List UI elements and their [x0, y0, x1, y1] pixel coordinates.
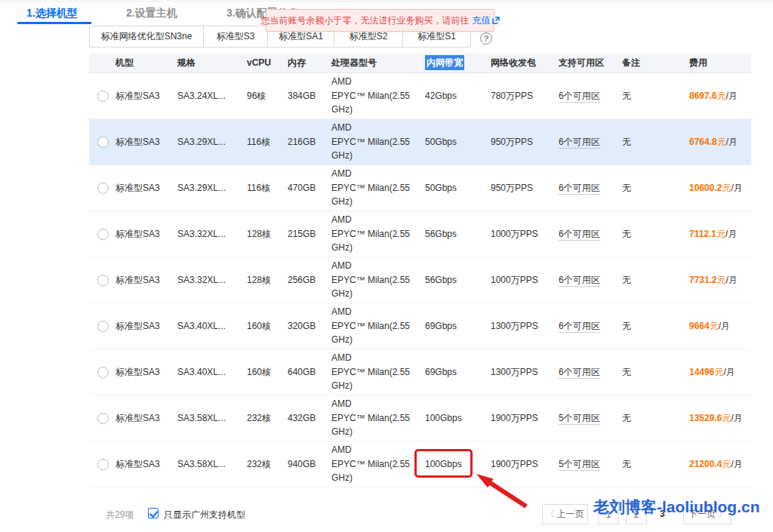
price-amount: 8697.6: [689, 91, 717, 101]
cell-price: 7731.2元/月: [685, 273, 751, 288]
cell-vcpu: 160核: [243, 320, 284, 333]
instance-row[interactable]: 标准型SA3 SA3.40XL... 160核 320GB AMD EPYC™ …: [89, 303, 751, 349]
cell-processor: AMD EPYC™ Milan(2.55 GHz): [328, 443, 421, 485]
cell-price: 7112.1元/月: [685, 227, 751, 241]
cell-model: 标准型SA3: [112, 228, 174, 241]
cell-spec: SA3.32XL...: [174, 229, 243, 239]
cell-spec: SA3.40XL...: [174, 367, 243, 377]
cell-zones: 5个可用区: [555, 458, 618, 471]
cell-bandwidth: 50Gbps: [421, 137, 487, 147]
cell-spec: SA3.40XL...: [174, 321, 243, 331]
price-amount: 14496: [689, 367, 714, 377]
price-amount: 6764.8: [689, 137, 717, 147]
cell-model: 标准型SA3: [112, 320, 174, 333]
price-period: /月: [726, 275, 738, 285]
guangzhou-filter-checkbox[interactable]: [148, 508, 159, 518]
cell-memory: 640GB: [284, 367, 328, 377]
cell-model: 标准型SA3: [112, 458, 174, 471]
family-tab-sn3ne[interactable]: 标准网络优化型SN3ne: [89, 26, 204, 48]
cell-pps: 950万PPS: [487, 182, 555, 195]
cell-model: 标准型SA3: [112, 274, 174, 287]
family-tab-s3[interactable]: 标准型S3: [203, 26, 268, 48]
instance-table: 机型 规格 vCPU 内存 处理器型号 内网带宽 网络收发包 支持可用区 备注 …: [89, 53, 751, 487]
row-radio-button[interactable]: [97, 229, 109, 240]
cell-model: 标准型SA3: [112, 366, 174, 379]
header-spec: 规格: [174, 57, 243, 69]
cell-note: 无: [618, 90, 685, 103]
price-unit: 元: [716, 229, 725, 239]
chevron-left-icon: 〈: [547, 509, 555, 520]
instance-row[interactable]: 标准型SA3 SA3.29XL... 116核 470GB AMD EPYC™ …: [89, 165, 751, 211]
cell-memory: 256GB: [284, 275, 328, 285]
cell-pps: 1300万PPS: [487, 366, 555, 379]
price-amount: 7112.1: [689, 229, 716, 239]
help-icon[interactable]: ?: [480, 32, 492, 45]
price-amount: 10600.2: [689, 183, 722, 193]
price-period: /月: [719, 321, 730, 331]
instance-row[interactable]: 标准型SA3 SA3.24XL... 96核 384GB AMD EPYC™ M…: [89, 73, 751, 119]
zones-link[interactable]: 6个可用区: [559, 367, 600, 379]
zones-link[interactable]: 6个可用区: [559, 275, 600, 287]
header-pps: 网络收发包: [487, 57, 555, 69]
cell-pps: 1300万PPS: [487, 320, 555, 333]
cell-vcpu: 232核: [243, 458, 284, 471]
price-unit: 元: [722, 459, 731, 469]
cell-spec: SA3.58XL...: [174, 413, 243, 423]
recharge-link[interactable]: 充值: [473, 14, 500, 27]
cell-vcpu: 160核: [243, 366, 284, 379]
row-radio-button[interactable]: [97, 321, 109, 332]
row-radio-button[interactable]: [97, 413, 109, 424]
external-link-icon: [492, 17, 500, 24]
instance-row[interactable]: 标准型SA3 SA3.29XL... 116核 216GB AMD EPYC™ …: [89, 119, 751, 165]
instance-row[interactable]: 标准型SA3 SA3.32XL... 128核 256GB AMD EPYC™ …: [89, 257, 751, 303]
cell-pps: 1000万PPS: [487, 274, 555, 287]
row-radio-button[interactable]: [97, 459, 109, 470]
cell-pps: 780万PPS: [487, 90, 555, 103]
instance-row[interactable]: 标准型SA3 SA3.40XL... 160核 640GB AMD EPYC™ …: [89, 349, 751, 395]
cell-bandwidth: 50Gbps: [421, 183, 487, 193]
cell-vcpu: 96核: [243, 90, 284, 103]
price-amount: 13529.6: [689, 413, 722, 423]
row-radio-button[interactable]: [97, 367, 109, 378]
cell-zones: 6个可用区: [555, 228, 618, 241]
cell-spec: SA3.32XL...: [174, 275, 243, 285]
site-watermark: 老刘博客-laoliublog.cn: [593, 497, 760, 518]
instance-row[interactable]: 标准型SA3 SA3.32XL... 128核 215GB AMD EPYC™ …: [89, 211, 751, 257]
cell-memory: 470GB: [284, 183, 328, 193]
selected-text-highlight: 内网带宽: [425, 55, 464, 70]
zones-link[interactable]: 6个可用区: [559, 91, 600, 103]
zones-link[interactable]: 6个可用区: [559, 183, 600, 195]
price-unit: 元: [717, 275, 726, 285]
zones-link[interactable]: 6个可用区: [559, 229, 600, 241]
zones-link[interactable]: 5个可用区: [559, 459, 600, 471]
header-vcpu: vCPU: [243, 57, 284, 68]
header-memory: 内存: [284, 57, 328, 69]
cell-vcpu: 232核: [243, 412, 284, 425]
row-radio-button[interactable]: [97, 183, 109, 194]
cell-zones: 6个可用区: [555, 90, 618, 103]
row-radio-button[interactable]: [97, 91, 109, 102]
zones-link[interactable]: 6个可用区: [559, 137, 600, 149]
step-tab-set-host[interactable]: 2.设置主机: [126, 7, 177, 20]
cell-spec: SA3.24XL...: [174, 91, 243, 101]
cell-vcpu: 116核: [243, 182, 284, 195]
zones-link[interactable]: 6个可用区: [559, 321, 600, 333]
cell-model: 标准型SA3: [112, 412, 174, 425]
price-period: /月: [726, 137, 738, 147]
price-unit: 元: [710, 321, 719, 331]
cell-note: 无: [618, 320, 685, 333]
step-tab-select-model[interactable]: 1.选择机型: [26, 7, 78, 20]
row-radio-button[interactable]: [97, 137, 109, 148]
cell-price: 8697.6元/月: [685, 89, 751, 103]
cell-note: 无: [618, 274, 685, 287]
instance-row[interactable]: 标准型SA3 SA3.58XL... 232核 940GB AMD EPYC™ …: [89, 441, 751, 487]
cell-price: 13529.6元/月: [685, 411, 751, 426]
zones-link[interactable]: 5个可用区: [559, 413, 600, 425]
row-radio-button[interactable]: [97, 275, 109, 286]
prev-page-button[interactable]: 〈 上一页: [542, 504, 588, 524]
cell-note: 无: [618, 366, 685, 379]
cell-price: 21200.4元/月: [685, 457, 751, 472]
guangzhou-filter-label[interactable]: 只显示广州支持机型: [164, 509, 245, 521]
instance-row[interactable]: 标准型SA3 SA3.58XL... 232核 432GB AMD EPYC™ …: [89, 395, 751, 441]
price-unit: 元: [722, 413, 731, 423]
